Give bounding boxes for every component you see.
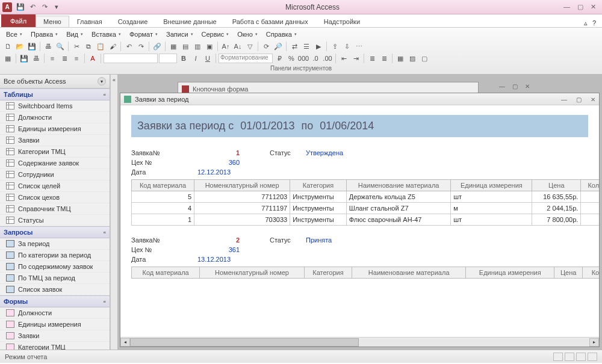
bg-min-icon[interactable]: — xyxy=(499,83,505,90)
nav-item[interactable]: По ТМЦ за период xyxy=(0,273,110,284)
font-color-icon[interactable]: A xyxy=(87,53,98,64)
report-icon[interactable]: ▥ xyxy=(192,41,203,52)
refresh-icon[interactable]: ⟳ xyxy=(261,41,272,52)
save-icon[interactable]: 💾 xyxy=(26,41,37,52)
report-max-icon[interactable]: ▢ xyxy=(576,96,582,103)
nav-item[interactable]: За период xyxy=(0,238,110,250)
format-painter-icon[interactable]: 🖌 xyxy=(107,41,118,52)
thousands-icon[interactable]: 000 xyxy=(298,53,309,64)
view-report-icon[interactable] xyxy=(553,353,563,361)
font-name-field[interactable] xyxy=(104,54,158,63)
menu-format[interactable]: Формат xyxy=(126,30,161,39)
tab-file[interactable]: Файл xyxy=(1,14,36,27)
undo-icon[interactable]: ↶ xyxy=(28,2,37,12)
nav-item[interactable]: По содержимому заявок xyxy=(0,261,110,273)
fill-icon[interactable]: ▨ xyxy=(407,53,418,64)
nav-item[interactable]: Содержание заявок xyxy=(0,158,110,169)
nav-header[interactable]: Все объекты Access ▾ xyxy=(0,75,110,88)
minimize-button[interactable]: — xyxy=(563,3,570,11)
underline-icon[interactable]: U xyxy=(202,53,213,64)
cut-icon[interactable]: ✂ xyxy=(71,41,82,52)
qat-more-icon[interactable]: ▾ xyxy=(52,2,61,12)
indent-inc-icon[interactable]: ⇥ xyxy=(350,53,361,64)
scroll-track[interactable] xyxy=(130,338,589,347)
query-icon[interactable]: ▣ xyxy=(204,41,215,52)
macro-icon[interactable]: ▶ xyxy=(313,41,324,52)
nav-item[interactable]: Единицы измерения xyxy=(0,319,110,330)
table-row[interactable]: 1703033ИнструментыФлюс сварочный АН-47шт… xyxy=(132,214,600,226)
help-icon[interactable]: ? xyxy=(592,19,596,27)
link-icon[interactable]: 🔗 xyxy=(152,41,163,52)
import-icon[interactable]: ⇩ xyxy=(341,41,352,52)
view-print-icon[interactable] xyxy=(565,353,574,361)
relation-icon[interactable]: ⇄ xyxy=(289,41,300,52)
view-layout-icon[interactable] xyxy=(576,353,586,361)
paste-icon[interactable]: 📋 xyxy=(95,41,106,52)
align-center-icon[interactable]: ≣ xyxy=(59,53,70,64)
new-icon[interactable]: 🗋 xyxy=(2,41,13,52)
report-body[interactable]: Заявки за период с 01/01/2013 по 01/06/2… xyxy=(120,105,599,347)
maximize-button[interactable]: ▢ xyxy=(577,3,583,11)
nav-item[interactable]: Должности xyxy=(0,112,110,123)
tab-addons[interactable]: Надстройки xyxy=(316,16,368,27)
align-right-icon[interactable]: ≡ xyxy=(71,53,82,64)
horizontal-scrollbar[interactable]: ◂ ▸ xyxy=(120,337,599,347)
nav-item[interactable]: Категории ТМЦ xyxy=(0,342,110,350)
nav-item[interactable]: Список целей xyxy=(0,180,110,192)
nav-item[interactable]: Должности xyxy=(0,307,110,319)
nav-item[interactable]: Категории ТМЦ xyxy=(0,146,110,158)
nav-item[interactable]: По категории за период xyxy=(0,250,110,261)
nav-item[interactable]: Статусы xyxy=(0,215,110,226)
nav-item[interactable]: Список цехов xyxy=(0,192,110,203)
menu-service[interactable]: Сервис xyxy=(198,30,233,39)
nav-group[interactable]: Формы« xyxy=(0,295,110,307)
report-close-icon[interactable]: ✕ xyxy=(591,96,595,103)
scroll-thumb[interactable] xyxy=(130,338,359,347)
bold-icon[interactable]: B xyxy=(178,53,189,64)
nav-group[interactable]: Таблицы« xyxy=(0,88,110,100)
menu-insert[interactable]: Вставка xyxy=(88,30,125,39)
find-icon[interactable]: 🔎 xyxy=(273,41,284,52)
report-min-icon[interactable]: — xyxy=(561,96,567,103)
font-size-field[interactable] xyxy=(159,54,177,63)
nav-item[interactable]: Switchboard Items xyxy=(0,100,110,112)
bullets-icon[interactable]: ≣ xyxy=(367,53,377,64)
nav-item[interactable]: Единицы измерения xyxy=(0,123,110,135)
dec-inc-icon[interactable]: .0 xyxy=(310,53,321,64)
bg-max-icon[interactable]: ▢ xyxy=(512,83,518,90)
view-icon[interactable]: ▦ xyxy=(2,53,13,64)
scroll-left-icon[interactable]: ◂ xyxy=(120,338,130,347)
bg-close-icon[interactable]: ✕ xyxy=(525,83,530,90)
undo-icon[interactable]: ↶ xyxy=(123,41,134,52)
currency-icon[interactable]: ₽ xyxy=(274,53,285,64)
menu-edit[interactable]: Правка xyxy=(27,30,61,39)
report-titlebar[interactable]: Заявки за период — ▢ ✕ xyxy=(120,93,599,105)
view-design-icon[interactable] xyxy=(588,353,597,361)
sort-asc-icon[interactable]: A↑ xyxy=(220,41,231,52)
numbering-icon[interactable]: ≣ xyxy=(379,53,389,64)
scroll-right-icon[interactable]: ▸ xyxy=(589,338,599,347)
more1-icon[interactable]: ⋯ xyxy=(353,41,364,52)
form-icon[interactable]: ▤ xyxy=(180,41,191,52)
save2-icon[interactable]: 💾 xyxy=(19,53,29,64)
nav-item[interactable]: Заявки xyxy=(0,135,110,146)
align-left-icon[interactable]: ≡ xyxy=(47,53,58,64)
gridlines-icon[interactable]: ▦ xyxy=(395,53,406,64)
sort-desc-icon[interactable]: A↓ xyxy=(232,41,243,52)
formatting-field[interactable]: Форматирование xyxy=(219,54,273,63)
nav-item[interactable]: Сотрудники xyxy=(0,169,110,180)
copy-icon[interactable]: ⧉ xyxy=(83,41,94,52)
percent-icon[interactable]: % xyxy=(286,53,297,64)
menu-records[interactable]: Записи xyxy=(163,30,197,39)
properties-icon[interactable]: ☰ xyxy=(301,41,312,52)
dec-dec-icon[interactable]: .00 xyxy=(322,53,333,64)
nav-group[interactable]: Запросы« xyxy=(0,226,110,238)
tab-menu[interactable]: Меню xyxy=(36,16,69,27)
preview-icon[interactable]: 🔍 xyxy=(55,41,66,52)
menu-all[interactable]: Все xyxy=(2,30,26,39)
table-row[interactable]: 57711203ИнструментыДержатель кольца Z5шт… xyxy=(132,191,600,203)
nav-item[interactable]: Список заявок xyxy=(0,284,110,295)
nav-item[interactable]: Справочник ТМЦ xyxy=(0,203,110,215)
close-button[interactable]: ✕ xyxy=(591,3,596,11)
tab-home[interactable]: Главная xyxy=(69,16,110,27)
